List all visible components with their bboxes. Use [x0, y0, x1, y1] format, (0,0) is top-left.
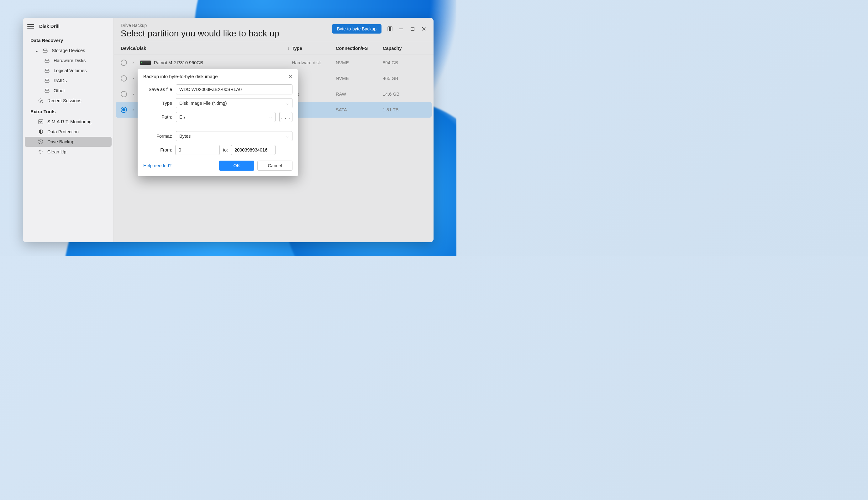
disk-conn: RAW	[336, 92, 383, 96]
shield-icon	[38, 129, 44, 134]
type-select-value: Disk Image File (*.dmg)	[179, 101, 227, 106]
sparkle-icon	[38, 150, 44, 154]
gear-icon	[38, 99, 44, 103]
radio-button[interactable]	[121, 75, 127, 81]
browse-button[interactable]: . . .	[279, 112, 292, 122]
type-select[interactable]: Disk Image File (*.dmg) ⌄	[176, 98, 292, 108]
path-label: Path:	[143, 114, 172, 120]
format-label: Format:	[143, 134, 172, 139]
col-cap-label[interactable]: Capacity	[383, 46, 427, 51]
sidebar-item-label: RAIDs	[54, 78, 67, 83]
sidebar-item-label: Clean Up	[47, 149, 66, 154]
app-title: Disk Drill	[39, 24, 60, 29]
type-label: Type	[143, 101, 172, 106]
disk-type: Hardware disk	[292, 60, 336, 65]
sidebar-item-drive-backup[interactable]: Drive Backup	[25, 137, 112, 147]
sidebar-item-other[interactable]: Other	[25, 86, 112, 96]
sidebar-item-label: Hardware Disks	[54, 58, 85, 63]
disk-icon	[44, 89, 50, 93]
sidebar-item-storage-devices[interactable]: ⌄ Storage Devices	[25, 45, 112, 56]
backup-dialog: Backup into byte-to-byte disk image ✕ Sa…	[138, 69, 298, 176]
sidebar-item-label: Logical Volumes	[54, 68, 87, 73]
disk-type: age	[292, 92, 336, 96]
sidebar-item-logical-volumes[interactable]: Logical Volumes	[25, 66, 112, 76]
sidebar-item-label: Other	[54, 88, 65, 93]
path-select-value: E:\	[179, 114, 185, 120]
disk-cap: 894 GB	[383, 60, 427, 65]
disk-cap: 1.81 TB	[383, 107, 427, 112]
disk-icon	[44, 58, 50, 63]
sidebar-item-recent-sessions[interactable]: Recent Sessions	[25, 96, 112, 106]
disk-cap: 465 GB	[383, 76, 427, 81]
col-conn-label[interactable]: Connection/FS	[336, 46, 383, 51]
section-data-recovery: Data Recovery	[23, 34, 114, 45]
save-as-label: Save as file	[143, 87, 172, 92]
sidebar-item-smart[interactable]: S.M.A.R.T. Monitoring	[25, 117, 112, 127]
table-row[interactable]: › Patriot M.2 P310 960GB Hardware disk N…	[114, 55, 434, 71]
radio-button[interactable]	[121, 60, 127, 66]
chevron-right-icon[interactable]: ›	[132, 76, 137, 81]
breadcrumb: Drive Backup	[121, 23, 332, 28]
sort-arrow-icon[interactable]: ↓	[288, 46, 289, 50]
sidebar-item-label: Drive Backup	[47, 139, 74, 144]
sidebar-item-raids[interactable]: RAIDs	[25, 76, 112, 86]
sidebar-item-label: Data Protection	[47, 129, 79, 134]
minimize-button[interactable]	[398, 26, 404, 32]
disk-conn: NVME	[336, 76, 383, 81]
maximize-button[interactable]	[410, 26, 415, 32]
drive-icon	[140, 60, 151, 65]
chevron-right-icon[interactable]: ›	[132, 60, 137, 65]
chevron-down-icon: ⌄	[286, 134, 289, 138]
from-label: From:	[143, 147, 172, 152]
history-icon	[38, 139, 44, 144]
radio-button[interactable]	[121, 91, 127, 97]
byte-to-byte-backup-button[interactable]: Byte-to-byte Backup	[332, 24, 382, 34]
table-header: Device/Disk ↓ Type Connection/FS Capacit…	[114, 42, 434, 55]
disk-name: Patriot M.2 P310 960GB	[154, 60, 203, 65]
format-select-value: Bytes	[179, 134, 191, 139]
radio-button[interactable]	[121, 107, 127, 113]
svg-point-0	[40, 100, 42, 102]
sidebar-item-data-protection[interactable]: Data Protection	[25, 127, 112, 137]
svg-rect-3	[411, 27, 414, 31]
sidebar-item-clean-up[interactable]: Clean Up	[25, 147, 112, 157]
ok-button[interactable]: OK	[219, 161, 254, 171]
disk-conn: SATA	[336, 107, 383, 112]
chevron-right-icon[interactable]: ›	[132, 107, 137, 112]
menu-icon[interactable]	[27, 24, 34, 29]
disk-icon	[44, 78, 50, 83]
chevron-right-icon[interactable]: ›	[132, 92, 137, 96]
page-title: Select partition you would like to back …	[121, 29, 332, 38]
sidebar-item-label: Storage Devices	[52, 48, 85, 53]
to-input[interactable]	[231, 145, 275, 155]
help-link[interactable]: Help needed?	[143, 163, 172, 168]
path-select[interactable]: E:\ ⌄	[176, 112, 275, 122]
col-disk-label[interactable]: Device/Disk	[121, 46, 146, 51]
sidebar-item-label: S.M.A.R.T. Monitoring	[47, 119, 92, 124]
col-type-label[interactable]: Type	[292, 46, 336, 51]
sidebar-item-hardware-disks[interactable]: Hardware Disks	[25, 56, 112, 66]
close-icon[interactable]: ✕	[289, 73, 292, 79]
sidebar: Disk Drill Data Recovery ⌄ Storage Devic…	[23, 18, 114, 242]
book-icon[interactable]	[387, 26, 393, 32]
sidebar-item-label: Recent Sessions	[47, 98, 82, 103]
chevron-down-icon: ⌄	[35, 48, 38, 53]
chevron-down-icon: ⌄	[269, 115, 272, 119]
divider	[143, 126, 292, 126]
disk-icon	[42, 48, 48, 53]
section-extra-tools: Extra Tools	[23, 106, 114, 117]
disk-type: sk	[292, 76, 336, 81]
disk-icon	[44, 68, 50, 73]
to-label: to:	[223, 147, 228, 152]
disk-conn: NVME	[336, 60, 383, 65]
activity-icon	[38, 120, 44, 124]
cancel-button[interactable]: Cancel	[257, 161, 292, 171]
disk-cap: 14.6 GB	[383, 92, 427, 96]
disk-type: sk	[292, 107, 336, 112]
save-as-input[interactable]	[176, 84, 292, 94]
from-input[interactable]	[175, 145, 220, 155]
close-button[interactable]	[421, 26, 427, 32]
chevron-down-icon: ⌄	[286, 101, 289, 105]
dialog-title: Backup into byte-to-byte disk image	[143, 74, 218, 79]
format-select[interactable]: Bytes ⌄	[176, 131, 292, 141]
